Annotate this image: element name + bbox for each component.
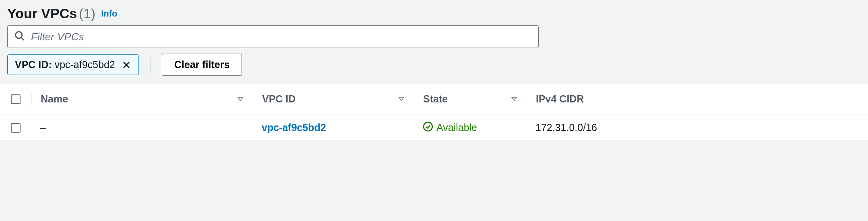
row-checkbox[interactable] [11, 123, 21, 133]
vpc-id-link[interactable]: vpc-af9c5bd2 [262, 122, 326, 133]
search-container [0, 25, 868, 54]
sort-icon [237, 93, 244, 105]
filter-chip-text: VPC ID: vpc-af9c5bd2 [15, 59, 115, 71]
svg-marker-6 [512, 97, 517, 100]
cell-vpc-id: vpc-af9c5bd2 [253, 122, 414, 133]
table-header-row: Name VPC ID State IPv4 [0, 83, 868, 115]
row-select-cell [0, 123, 31, 133]
status-badge: Available [423, 121, 477, 134]
cell-ipv4-cidr: 172.31.0.0/16 [527, 122, 868, 133]
sort-icon [398, 93, 405, 105]
clear-filters-button[interactable]: Clear filters [162, 54, 242, 76]
column-label: State [423, 93, 448, 105]
vertical-divider [150, 57, 151, 73]
search-input[interactable] [31, 31, 532, 43]
sort-icon [510, 93, 518, 105]
select-all-cell [0, 94, 31, 104]
column-header-ipv4-cidr[interactable]: IPv4 CIDR [527, 93, 868, 105]
resource-count: (1) [79, 6, 96, 21]
column-label: IPv4 CIDR [536, 93, 584, 105]
page-header: Your VPCs (1) Info [0, 0, 868, 25]
info-link[interactable]: Info [101, 8, 117, 19]
table-row[interactable]: – vpc-af9c5bd2 Available 172.31.0.0/16 [0, 115, 868, 141]
svg-marker-5 [399, 97, 404, 100]
svg-point-0 [16, 32, 22, 38]
svg-line-1 [21, 38, 24, 40]
search-icon [14, 30, 25, 43]
column-header-vpc-id[interactable]: VPC ID [253, 93, 414, 105]
svg-point-7 [424, 122, 432, 131]
select-all-checkbox[interactable] [11, 94, 21, 104]
close-icon[interactable] [122, 60, 131, 70]
column-header-state[interactable]: State [414, 93, 527, 105]
title-text: Your VPCs [7, 6, 77, 21]
cell-name: – [31, 122, 253, 133]
check-circle-icon [423, 121, 433, 134]
filter-value: vpc-af9c5bd2 [55, 59, 115, 70]
column-label: VPC ID [262, 93, 296, 105]
column-label: Name [41, 93, 68, 105]
vpc-table: Name VPC ID State IPv4 [0, 83, 868, 141]
cell-state: Available [414, 121, 527, 134]
column-header-name[interactable]: Name [31, 93, 253, 105]
filter-key: VPC ID: [15, 59, 52, 70]
search-box[interactable] [7, 25, 539, 48]
filter-bar: VPC ID: vpc-af9c5bd2 Clear filters [0, 54, 868, 83]
page-title: Your VPCs (1) [7, 6, 95, 21]
svg-marker-4 [238, 97, 243, 100]
status-text: Available [436, 122, 477, 133]
filter-chip-vpc-id[interactable]: VPC ID: vpc-af9c5bd2 [7, 54, 139, 75]
